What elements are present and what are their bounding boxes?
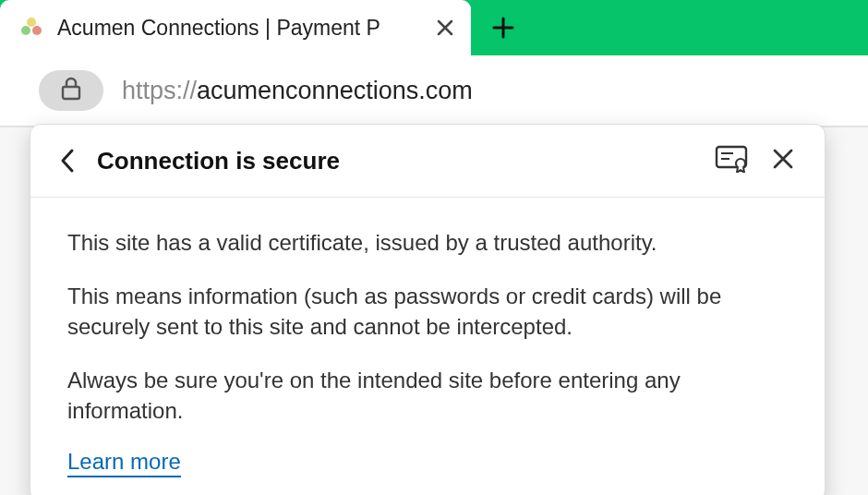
browser-tab[interactable]: Acumen Connections | Payment P	[0, 0, 471, 55]
popover-header: Connection is secure	[30, 125, 825, 198]
popover-close-button[interactable]	[766, 143, 801, 178]
address-bar: https://acumenconnections.com	[0, 55, 868, 127]
url-host: acumenconnections.com	[197, 77, 473, 104]
close-icon	[772, 148, 794, 174]
popover-text-line-2: This means information (such as password…	[67, 281, 788, 343]
svg-point-2	[32, 26, 42, 35]
tab-strip: Acumen Connections | Payment P	[0, 0, 868, 55]
connection-popover: Connection is secure This site has a val	[30, 124, 826, 495]
certificate-button[interactable]	[714, 143, 749, 178]
url-scheme: https://	[122, 77, 197, 104]
popover-text-line-3: Always be sure you're on the intended si…	[67, 365, 788, 427]
new-tab-button[interactable]	[471, 0, 536, 55]
tab-close-button[interactable]	[434, 17, 456, 39]
url-display[interactable]: https://acumenconnections.com	[122, 77, 473, 105]
svg-point-7	[736, 159, 745, 168]
popover-body: This site has a valid certificate, issue…	[30, 198, 825, 495]
learn-more-link[interactable]: Learn more	[67, 449, 181, 477]
popover-text-line-1: This site has a valid certificate, issue…	[67, 227, 788, 259]
back-button[interactable]	[54, 148, 80, 174]
lock-icon	[61, 77, 81, 104]
favicon-icon	[18, 15, 44, 41]
svg-rect-3	[63, 87, 79, 99]
svg-point-0	[27, 18, 36, 27]
tab-title: Acumen Connections | Payment P	[57, 16, 421, 41]
popover-title: Connection is secure	[97, 147, 697, 175]
site-info-button[interactable]	[39, 70, 103, 111]
certificate-icon	[715, 145, 748, 176]
svg-point-1	[21, 26, 30, 35]
